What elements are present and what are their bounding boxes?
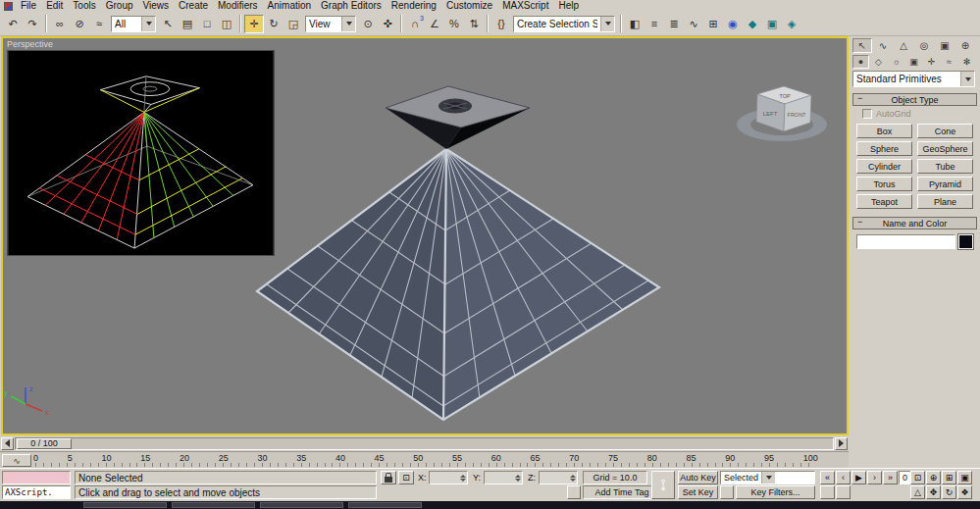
menu-animation[interactable]: Animation: [263, 0, 316, 12]
reference-coordinate-dropdown[interactable]: View: [305, 16, 356, 32]
set-key-button[interactable]: Set Key: [678, 485, 718, 499]
cone-button[interactable]: Cone: [917, 124, 973, 138]
chevron-down-icon[interactable]: [600, 17, 614, 31]
align-icon[interactable]: ≡: [645, 15, 664, 33]
pyramid-button[interactable]: Pyramid: [917, 177, 973, 191]
taskbar-window-button[interactable]: [172, 502, 255, 508]
menu-modifiers[interactable]: Modifiers: [213, 0, 263, 12]
time-slider-right-arrow[interactable]: [835, 437, 848, 450]
perspective-viewport[interactable]: Perspective: [1, 36, 849, 435]
zoom-all-button[interactable]: ⊞: [942, 471, 956, 484]
rectangular-selection-region-icon[interactable]: □: [197, 15, 217, 33]
selection-filter-dropdown[interactable]: All: [111, 16, 156, 32]
geosphere-button[interactable]: GeoSphere: [917, 141, 973, 156]
tab-hierarchy[interactable]: △: [894, 38, 913, 53]
menu-graph-editors[interactable]: Graph Editors: [316, 0, 387, 12]
sphere-button[interactable]: Sphere: [856, 141, 912, 156]
menu-maxscript[interactable]: MAXScript: [497, 0, 553, 12]
next-frame-button[interactable]: ›: [867, 471, 882, 484]
use-pivot-center-icon[interactable]: ⊙: [358, 15, 378, 33]
select-and-manipulate-icon[interactable]: ✜: [378, 15, 397, 33]
viewcube-top-label[interactable]: TOP: [779, 93, 791, 99]
spinner-down-icon[interactable]: [570, 479, 576, 482]
tube-button[interactable]: Tube: [917, 159, 973, 174]
chevron-down-icon[interactable]: [960, 72, 974, 86]
schematic-view-icon[interactable]: ⊞: [703, 15, 723, 33]
key-mode-toggle-button[interactable]: [820, 485, 835, 499]
absolute-offset-toggle[interactable]: ⊡: [398, 471, 414, 484]
select-by-name-icon[interactable]: ▤: [178, 15, 197, 33]
open-mini-curve-editor-button[interactable]: ∿: [2, 454, 31, 467]
redo-icon[interactable]: ↷: [23, 15, 42, 33]
menu-tools[interactable]: Tools: [68, 0, 100, 12]
spinner-down-icon[interactable]: [460, 479, 466, 482]
x-coordinate-field[interactable]: [429, 471, 468, 484]
named-selection-sets-icon[interactable]: {}: [491, 15, 511, 33]
select-and-move-icon[interactable]: ✛: [244, 15, 264, 33]
quick-render-icon[interactable]: ◈: [782, 15, 801, 33]
selection-lock-toggle[interactable]: [381, 471, 396, 484]
menu-customize[interactable]: Customize: [441, 0, 497, 12]
object-name-input[interactable]: [856, 234, 955, 249]
menu-file[interactable]: File: [16, 0, 41, 12]
spinner-up-icon[interactable]: [515, 475, 521, 478]
viewcube-front-label[interactable]: FRONT: [788, 112, 807, 118]
tab-utilities[interactable]: ⊕: [955, 38, 975, 53]
go-to-start-button[interactable]: «: [820, 471, 835, 484]
add-time-tag[interactable]: Add Time Tag: [583, 485, 661, 499]
taskbar-window-button[interactable]: [260, 502, 343, 508]
select-and-link-icon[interactable]: ∞: [50, 15, 70, 33]
time-slider-thumb[interactable]: 0 / 100: [17, 438, 72, 449]
name-and-color-rollout[interactable]: − Name and Color: [852, 217, 977, 229]
menu-views[interactable]: Views: [138, 0, 175, 12]
taskbar[interactable]: [0, 501, 980, 509]
field-of-view-button[interactable]: △: [910, 485, 925, 499]
category-lights-icon[interactable]: ☼: [888, 55, 904, 69]
category-geometry-icon[interactable]: ●: [852, 55, 869, 69]
torus-button[interactable]: Torus: [856, 177, 912, 191]
plane-button[interactable]: Plane: [917, 194, 973, 209]
object-color-swatch[interactable]: [958, 234, 973, 249]
viewport-label[interactable]: Perspective: [7, 39, 53, 49]
menu-rendering[interactable]: Rendering: [387, 0, 441, 12]
time-tag-icon[interactable]: [567, 485, 581, 499]
percent-snap-icon[interactable]: %: [444, 15, 464, 33]
category-spacewarps-icon[interactable]: ≈: [941, 55, 957, 69]
material-editor-icon[interactable]: ◉: [723, 15, 743, 33]
time-slider-track[interactable]: 0 / 100: [15, 437, 834, 450]
select-and-scale-icon[interactable]: ◲: [284, 15, 303, 33]
menu-help[interactable]: Help: [553, 0, 584, 12]
object-type-rollout[interactable]: − Object Type: [852, 93, 977, 106]
mirror-icon[interactable]: ◧: [625, 15, 645, 33]
category-systems-icon[interactable]: ✻: [958, 55, 975, 69]
render-type-icon[interactable]: ▣: [762, 15, 782, 33]
arc-rotate-button[interactable]: ↻: [942, 485, 956, 499]
layer-manager-icon[interactable]: ≣: [664, 15, 684, 33]
menu-edit[interactable]: Edit: [41, 0, 68, 12]
chevron-down-icon[interactable]: [141, 17, 155, 31]
spinner-up-icon[interactable]: [570, 475, 576, 478]
z-coordinate-field[interactable]: [539, 471, 578, 484]
key-filter-toggle[interactable]: [720, 485, 734, 499]
spinner-snap-icon[interactable]: ⇅: [464, 15, 484, 33]
track-bar[interactable]: ∿ 0 5 10 15 20 25 30 35 40 45 50 55 60 6…: [0, 451, 849, 468]
zoom-button[interactable]: ⊕: [926, 471, 941, 484]
go-to-end-button[interactable]: »: [883, 471, 898, 484]
maxscript-mini-listener[interactable]: AXScript.: [2, 485, 71, 499]
category-cameras-icon[interactable]: ▣: [905, 55, 922, 69]
select-and-rotate-icon[interactable]: ↻: [264, 15, 284, 33]
menu-group[interactable]: Group: [101, 0, 138, 12]
taskbar-window-button[interactable]: [83, 502, 167, 508]
window-crossing-icon[interactable]: ◫: [217, 15, 236, 33]
maximize-viewport-toggle[interactable]: ❖: [957, 485, 972, 499]
named-selection-set-dropdown[interactable]: Create Selection Set: [513, 16, 615, 32]
spinner-up-icon[interactable]: [460, 475, 466, 478]
undo-icon[interactable]: ↶: [3, 15, 23, 33]
play-button[interactable]: ▶: [851, 471, 866, 484]
zoom-extents-button[interactable]: ▣: [957, 471, 972, 484]
maxscript-listener-macro-pane[interactable]: [2, 471, 71, 484]
autogrid-checkbox[interactable]: [862, 109, 872, 119]
curve-editor-icon[interactable]: ∿: [684, 15, 703, 33]
angle-snap-icon[interactable]: ∠: [425, 15, 444, 33]
tab-display[interactable]: ▣: [935, 38, 954, 53]
